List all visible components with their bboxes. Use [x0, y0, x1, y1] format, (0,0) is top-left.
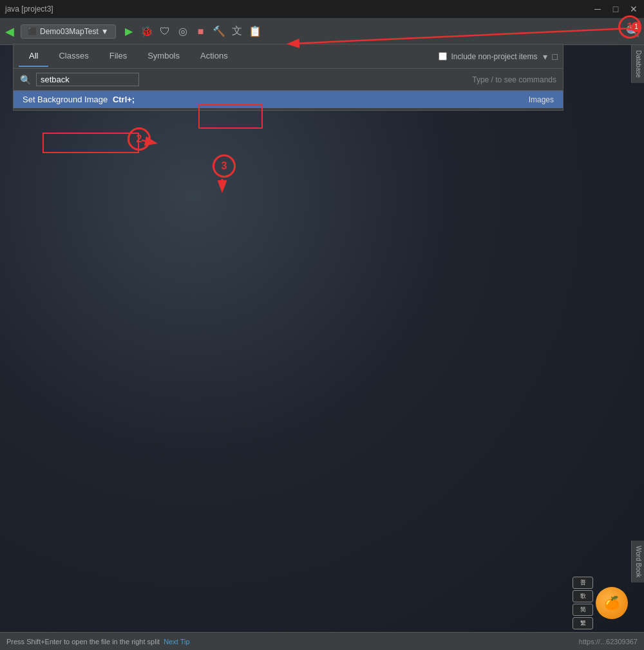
- include-label: Include non-project items: [451, 52, 537, 61]
- profile-button[interactable]: ◎: [176, 25, 189, 37]
- search-tab-bar: All Classes Files Symbols Actions Includ…: [14, 44, 563, 69]
- title-bar: java [project3] ─ □ ✕: [0, 0, 644, 18]
- search-badge: 1: [631, 22, 641, 32]
- result-category: Images: [529, 95, 554, 104]
- back-button[interactable]: ◀: [5, 24, 14, 39]
- project-name: Demo03MapTest: [40, 27, 99, 36]
- include-checkbox[interactable]: [439, 52, 447, 60]
- orange-btn-pu[interactable]: 普: [573, 577, 593, 589]
- search-icon-wrapper: 🔍 1: [626, 24, 639, 39]
- orange-buttons: 普 歌 简 繁: [573, 577, 593, 629]
- main-toolbar: ◀ ⬛ Demo03MapTest ▼ ▶ 🐞 🛡 ◎ ■ 🔨 文 📋 🔍 1: [0, 18, 644, 45]
- orange-btn-jian[interactable]: 简: [573, 604, 593, 616]
- clipboard-button[interactable]: 📋: [249, 25, 261, 37]
- result-name: Set Background Image Ctrl+;: [23, 95, 529, 104]
- window-controls: ─ □ ✕: [592, 4, 639, 14]
- project-icon: ⬛: [28, 27, 37, 36]
- close-button[interactable]: ✕: [629, 4, 639, 14]
- status-bar: Press Shift+Enter to open the file in th…: [0, 632, 644, 650]
- include-filter: Include non-project items: [439, 52, 537, 61]
- build-button[interactable]: 🔨: [213, 25, 225, 37]
- status-url: https://...62309367: [579, 638, 638, 645]
- orange-widget: 普 歌 简 繁 🍊: [573, 577, 628, 629]
- coverage-button[interactable]: 🛡: [158, 26, 171, 37]
- orange-btn-fan[interactable]: 繁: [573, 617, 593, 629]
- results-list: Set Background Image Ctrl+; Images: [14, 91, 563, 110]
- search-dialog: All Classes Files Symbols Actions Includ…: [13, 44, 564, 111]
- expand-icon[interactable]: □: [553, 51, 558, 62]
- tab-symbols[interactable]: Symbols: [137, 46, 190, 67]
- window-title: java [project3]: [5, 5, 53, 14]
- search-magnifier-icon: 🔍: [20, 75, 31, 85]
- status-text: Press Shift+Enter to open the file in th…: [6, 638, 160, 645]
- orange-logo[interactable]: 🍊: [596, 587, 628, 619]
- search-hint: Type / to see commands: [472, 75, 556, 84]
- database-tab-label: Database: [635, 50, 642, 78]
- next-tip-link[interactable]: Next Tip: [164, 638, 189, 645]
- result-name-text: Set Background Image: [23, 95, 108, 104]
- orange-btn-ge[interactable]: 歌: [573, 590, 593, 602]
- run-button[interactable]: ▶: [122, 25, 135, 37]
- wordbook-tab-label: Word Book: [635, 546, 642, 577]
- wordbook-panel-tab[interactable]: Word Book: [631, 541, 644, 582]
- project-selector[interactable]: ⬛ Demo03MapTest ▼: [21, 24, 116, 39]
- search-row: 🔍 Type / to see commands: [14, 69, 563, 91]
- tab-actions[interactable]: Actions: [190, 46, 238, 67]
- result-shortcut: Ctrl+;: [113, 95, 135, 104]
- minimize-button[interactable]: ─: [592, 4, 603, 14]
- database-panel-tab[interactable]: Database: [631, 45, 644, 83]
- stop-button[interactable]: ■: [194, 26, 207, 37]
- tab-files[interactable]: Files: [99, 46, 137, 67]
- toolbar-icons: ▶ 🐞 🛡 ◎ ■ 🔨 文 📋: [122, 24, 261, 38]
- tab-all[interactable]: All: [19, 46, 48, 67]
- tab-classes[interactable]: Classes: [48, 46, 99, 67]
- filter-icon[interactable]: ▾: [543, 51, 547, 62]
- translate-button[interactable]: 文: [231, 24, 243, 38]
- result-item[interactable]: Set Background Image Ctrl+; Images: [14, 91, 563, 108]
- debug-button[interactable]: 🐞: [140, 25, 153, 37]
- maximize-button[interactable]: □: [611, 4, 621, 14]
- search-input[interactable]: [36, 73, 139, 86]
- dropdown-icon: ▼: [101, 27, 109, 36]
